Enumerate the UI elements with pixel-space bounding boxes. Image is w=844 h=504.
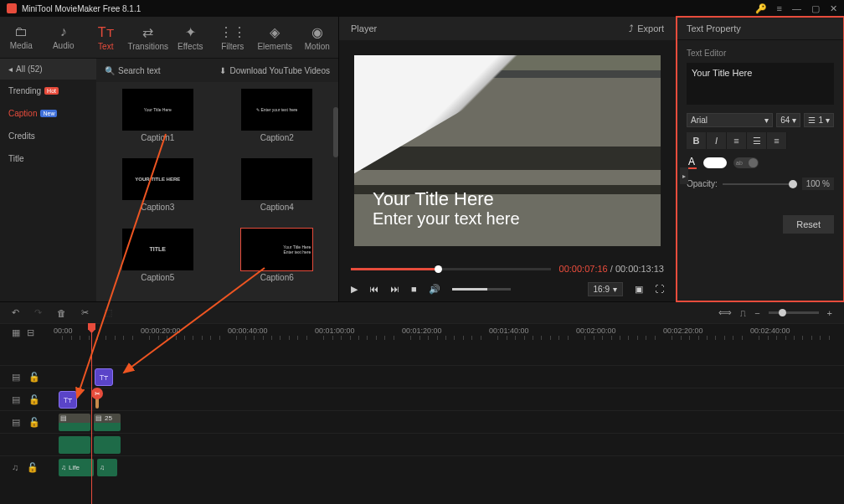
sidebar-item-title[interactable]: Title: [0, 147, 96, 170]
collapse-panel-icon[interactable]: ▸: [680, 167, 688, 184]
volume-slider[interactable]: [452, 288, 511, 291]
tab-elements[interactable]: ◈Elements: [254, 17, 296, 58]
progress-bar[interactable]: [351, 268, 551, 270]
tab-audio[interactable]: ♪Audio: [43, 17, 85, 58]
split-marker-icon[interactable]: ✂: [91, 388, 103, 399]
fit-icon[interactable]: ⟺: [718, 307, 732, 318]
opacity-value: 100 %: [802, 177, 834, 190]
align-left-button[interactable]: ≡: [727, 132, 747, 149]
menu-icon[interactable]: ≡: [777, 3, 782, 13]
play-icon[interactable]: ▶: [351, 284, 358, 295]
lock-icon[interactable]: 🔓: [28, 372, 40, 383]
video-clip-1[interactable]: ▤: [59, 414, 90, 431]
text-editor-input[interactable]: Your Title Here: [687, 63, 834, 105]
volume-icon[interactable]: 🔊: [429, 284, 440, 295]
download-youtube[interactable]: ⬇Download YouTube Videos: [219, 66, 330, 75]
thumb-caption4[interactable]: [241, 158, 312, 200]
thumb-caption5[interactable]: TITLE: [122, 229, 193, 270]
crop-icon[interactable]: ⬚: [104, 307, 112, 318]
effects-icon: ✦: [185, 24, 196, 40]
minimize-icon[interactable]: —: [792, 3, 801, 13]
prev-icon[interactable]: ⏮: [369, 284, 378, 294]
video-clip-4[interactable]: [94, 436, 121, 454]
export-button[interactable]: ⤴Export: [629, 23, 664, 33]
sidebar-all[interactable]: ◂ All (52): [0, 59, 96, 80]
app-logo-icon: [7, 3, 17, 13]
stop-icon[interactable]: ■: [411, 284, 417, 294]
sidebar-item-credits[interactable]: Credits: [0, 125, 96, 147]
video-text-overlay: Your Title Here Enter your text here: [373, 189, 520, 228]
search-icon: 🔍: [105, 66, 115, 75]
lock-icon[interactable]: 🔓: [28, 417, 40, 428]
marker-icon[interactable]: ⎍: [740, 308, 746, 318]
aspect-ratio-select[interactable]: 16:9 ▾: [588, 282, 623, 296]
thumb-caption3[interactable]: YOUR TITLE HERE: [122, 158, 193, 200]
thumb-caption6[interactable]: Your Title HereEnter text here: [241, 229, 312, 270]
close-icon[interactable]: ✕: [830, 3, 837, 14]
align-right-button[interactable]: ≡: [767, 132, 787, 149]
bold-button[interactable]: B: [687, 132, 707, 149]
text-clip-2[interactable]: Tᴛ: [95, 368, 113, 386]
video-clip-2[interactable]: ▤ 25: [94, 414, 121, 431]
font-size-select[interactable]: 64 ▾: [776, 113, 800, 127]
motion-icon: ◉: [311, 24, 323, 40]
timecode: 00:00:07:16 / 00:00:13:13: [559, 264, 664, 274]
audio-clip-2[interactable]: ♫: [97, 459, 117, 476]
hot-badge: Hot: [44, 87, 59, 95]
next-icon[interactable]: ⏭: [390, 284, 399, 294]
track-video-icon: ▤: [12, 417, 20, 428]
tab-filters[interactable]: ⋮⋮Filters: [212, 17, 255, 58]
caption-thumbnails: Your Title HereCaption1 ✎ Enter your tex…: [96, 82, 338, 301]
lock-icon[interactable]: 🔓: [27, 462, 39, 473]
timeline-toolbar: ↶ ↷ 🗑 ✂ ⬚ ⟺ ⎍ − +: [0, 301, 844, 323]
sidebar-item-caption[interactable]: CaptionNew: [0, 102, 96, 125]
text-clip-1[interactable]: Tᴛ: [59, 391, 77, 409]
video-track: ▤🔓 ▤ ▤ 25: [0, 410, 844, 433]
reset-button[interactable]: Reset: [783, 215, 834, 234]
key-icon[interactable]: 🔑: [755, 3, 767, 14]
player-panel: Player ⤴Export Your Title Here Enter you…: [338, 17, 677, 301]
sidebar-item-trending[interactable]: TrendingHot: [0, 80, 96, 102]
main-toolbar: 🗀Media ♪Audio TᴛText ⇄Transitions ✦Effec…: [0, 17, 338, 59]
zoom-slider[interactable]: [769, 311, 819, 314]
delete-icon[interactable]: 🗑: [57, 308, 66, 318]
tab-media[interactable]: 🗀Media: [0, 17, 43, 58]
timeline: 00:0000:00:20:0000:00:40:0000:01:00:0000…: [0, 323, 844, 504]
highlight-toggle[interactable]: ab: [733, 157, 759, 168]
color-swatch[interactable]: [703, 157, 727, 168]
lock-icon[interactable]: 🔓: [28, 394, 40, 405]
search-text[interactable]: 🔍Search text: [105, 66, 161, 75]
zoom-out-icon[interactable]: −: [754, 308, 759, 318]
magnet-icon[interactable]: ⊟: [27, 327, 34, 338]
italic-button[interactable]: I: [707, 132, 727, 149]
line-spacing-select[interactable]: ☰ 1 ▾: [804, 113, 834, 127]
zoom-in-icon[interactable]: +: [827, 308, 832, 318]
snapshot-icon[interactable]: ▣: [635, 284, 643, 295]
snap-icon[interactable]: ▦: [12, 327, 20, 338]
tab-transitions[interactable]: ⇄Transitions: [127, 17, 170, 58]
video-preview[interactable]: Your Title Here Enter your text here: [354, 55, 661, 246]
redo-icon[interactable]: ↷: [34, 307, 42, 318]
undo-icon[interactable]: ↶: [12, 307, 19, 318]
playhead[interactable]: [91, 323, 92, 504]
track-text-icon: ▤: [12, 372, 20, 383]
library-panel: 🗀Media ♪Audio TᴛText ⇄Transitions ✦Effec…: [0, 17, 338, 301]
opacity-label: Opacity:: [687, 179, 718, 188]
fullscreen-icon[interactable]: ⛶: [655, 284, 664, 294]
thumb-caption1[interactable]: Your Title Here: [122, 89, 193, 131]
maximize-icon[interactable]: ▢: [811, 3, 820, 14]
text-property-title: Text Property: [677, 17, 844, 40]
thumb-caption2[interactable]: ✎ Enter your text here: [241, 89, 312, 131]
text-track-2: ▤🔓 Tᴛ: [0, 365, 844, 388]
tab-text[interactable]: TᴛText: [85, 17, 127, 58]
split-icon[interactable]: ✂: [81, 307, 89, 318]
tab-effects[interactable]: ✦Effects: [169, 17, 212, 58]
tab-motion[interactable]: ◉Motion: [296, 17, 339, 58]
opacity-slider[interactable]: [723, 183, 797, 185]
text-track-1: ▤🔓 Tᴛ: [0, 388, 844, 410]
video-clip-3[interactable]: [59, 436, 90, 454]
audio-clip-1[interactable]: ♫ Life: [59, 459, 94, 476]
align-center-button[interactable]: ☰: [747, 132, 767, 149]
font-select[interactable]: Arial ▾: [687, 113, 773, 127]
page-curl-effect: [354, 55, 557, 173]
